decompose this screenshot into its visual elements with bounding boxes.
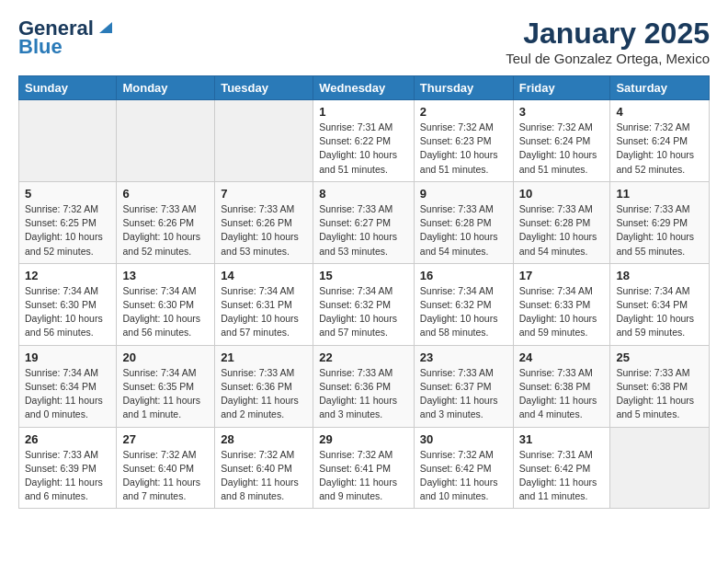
table-row: 14Sunrise: 7:34 AM Sunset: 6:31 PM Dayli…	[215, 263, 313, 345]
table-row: 12Sunrise: 7:34 AM Sunset: 6:30 PM Dayli…	[19, 263, 117, 345]
table-row: 19Sunrise: 7:34 AM Sunset: 6:34 PM Dayli…	[19, 345, 117, 427]
day-number: 1	[319, 105, 408, 119]
calendar-week-row: 12Sunrise: 7:34 AM Sunset: 6:30 PM Dayli…	[19, 263, 710, 345]
table-row: 22Sunrise: 7:33 AM Sunset: 6:36 PM Dayli…	[313, 345, 415, 427]
day-number: 15	[319, 269, 408, 282]
table-row: 24Sunrise: 7:33 AM Sunset: 6:38 PM Dayli…	[513, 345, 610, 427]
col-monday: Monday	[117, 76, 215, 100]
day-info: Sunrise: 7:34 AM Sunset: 6:32 PM Dayligh…	[319, 284, 408, 340]
table-row: 6Sunrise: 7:33 AM Sunset: 6:26 PM Daylig…	[117, 181, 215, 263]
day-info: Sunrise: 7:32 AM Sunset: 6:41 PM Dayligh…	[319, 448, 408, 504]
day-info: Sunrise: 7:34 AM Sunset: 6:30 PM Dayligh…	[25, 284, 110, 340]
day-number: 10	[519, 187, 605, 201]
col-tuesday: Tuesday	[215, 76, 313, 100]
table-row: 7Sunrise: 7:33 AM Sunset: 6:26 PM Daylig…	[215, 181, 313, 263]
col-thursday: Thursday	[414, 76, 513, 100]
col-wednesday: Wednesday	[313, 76, 415, 100]
day-number: 23	[420, 350, 507, 364]
day-number: 24	[519, 350, 605, 364]
day-number: 11	[616, 187, 703, 201]
table-row: 25Sunrise: 7:33 AM Sunset: 6:38 PM Dayli…	[610, 345, 710, 427]
calendar-week-row: 1Sunrise: 7:31 AM Sunset: 6:22 PM Daylig…	[19, 100, 710, 182]
day-number: 21	[221, 350, 307, 364]
calendar-table: Sunday Monday Tuesday Wednesday Thursday…	[18, 75, 710, 509]
table-row: 18Sunrise: 7:34 AM Sunset: 6:34 PM Dayli…	[610, 263, 710, 345]
day-number: 5	[25, 187, 110, 201]
day-info: Sunrise: 7:33 AM Sunset: 6:28 PM Dayligh…	[519, 202, 605, 259]
day-info: Sunrise: 7:33 AM Sunset: 6:27 PM Dayligh…	[319, 202, 408, 259]
calendar-week-row: 19Sunrise: 7:34 AM Sunset: 6:34 PM Dayli…	[19, 345, 710, 427]
day-info: Sunrise: 7:33 AM Sunset: 6:39 PM Dayligh…	[25, 448, 110, 504]
day-number: 13	[122, 269, 209, 282]
svg-marker-0	[99, 22, 112, 33]
logo-blue: Blue	[18, 35, 63, 59]
day-number: 26	[25, 432, 110, 446]
day-number: 30	[420, 432, 507, 446]
col-saturday: Saturday	[610, 76, 710, 100]
table-row: 3Sunrise: 7:32 AM Sunset: 6:24 PM Daylig…	[513, 100, 610, 182]
table-row	[215, 100, 313, 182]
day-info: Sunrise: 7:34 AM Sunset: 6:34 PM Dayligh…	[25, 366, 110, 422]
day-info: Sunrise: 7:33 AM Sunset: 6:37 PM Dayligh…	[420, 366, 507, 422]
calendar-week-row: 5Sunrise: 7:32 AM Sunset: 6:25 PM Daylig…	[19, 181, 710, 263]
table-row: 28Sunrise: 7:32 AM Sunset: 6:40 PM Dayli…	[215, 427, 313, 509]
day-info: Sunrise: 7:33 AM Sunset: 6:29 PM Dayligh…	[616, 202, 703, 259]
table-row: 15Sunrise: 7:34 AM Sunset: 6:32 PM Dayli…	[313, 263, 415, 345]
day-info: Sunrise: 7:31 AM Sunset: 6:22 PM Dayligh…	[319, 121, 408, 177]
page-subtitle: Teul de Gonzalez Ortega, Mexico	[506, 51, 710, 66]
table-row: 4Sunrise: 7:32 AM Sunset: 6:24 PM Daylig…	[610, 100, 710, 182]
day-info: Sunrise: 7:34 AM Sunset: 6:33 PM Dayligh…	[519, 284, 605, 340]
logo: General Blue	[18, 17, 112, 59]
day-info: Sunrise: 7:33 AM Sunset: 6:26 PM Dayligh…	[221, 202, 307, 259]
day-number: 14	[221, 269, 307, 282]
day-info: Sunrise: 7:33 AM Sunset: 6:28 PM Dayligh…	[420, 202, 507, 259]
title-block: January 2025 Teul de Gonzalez Ortega, Me…	[506, 17, 710, 66]
day-number: 2	[420, 105, 507, 119]
day-number: 16	[420, 269, 507, 282]
table-row: 17Sunrise: 7:34 AM Sunset: 6:33 PM Dayli…	[513, 263, 610, 345]
day-number: 19	[25, 350, 110, 364]
table-row	[117, 100, 215, 182]
table-row: 5Sunrise: 7:32 AM Sunset: 6:25 PM Daylig…	[19, 181, 117, 263]
day-info: Sunrise: 7:32 AM Sunset: 6:42 PM Dayligh…	[420, 448, 507, 504]
table-row: 2Sunrise: 7:32 AM Sunset: 6:23 PM Daylig…	[414, 100, 513, 182]
day-number: 7	[221, 187, 307, 201]
day-info: Sunrise: 7:33 AM Sunset: 6:26 PM Dayligh…	[122, 202, 209, 259]
day-number: 18	[616, 269, 703, 282]
table-row: 31Sunrise: 7:31 AM Sunset: 6:42 PM Dayli…	[513, 427, 610, 509]
day-info: Sunrise: 7:33 AM Sunset: 6:36 PM Dayligh…	[319, 366, 408, 422]
col-friday: Friday	[513, 76, 610, 100]
day-number: 8	[319, 187, 408, 201]
day-number: 29	[319, 432, 408, 446]
page-title: January 2025	[506, 17, 710, 51]
day-info: Sunrise: 7:33 AM Sunset: 6:38 PM Dayligh…	[519, 366, 605, 422]
day-number: 25	[616, 350, 703, 364]
table-row: 11Sunrise: 7:33 AM Sunset: 6:29 PM Dayli…	[610, 181, 710, 263]
calendar-week-row: 26Sunrise: 7:33 AM Sunset: 6:39 PM Dayli…	[19, 427, 710, 509]
day-number: 6	[122, 187, 209, 201]
day-info: Sunrise: 7:33 AM Sunset: 6:38 PM Dayligh…	[616, 366, 703, 422]
day-number: 9	[420, 187, 507, 201]
day-number: 12	[25, 269, 110, 282]
logo-icon	[96, 18, 112, 35]
table-row: 30Sunrise: 7:32 AM Sunset: 6:42 PM Dayli…	[414, 427, 513, 509]
table-row: 9Sunrise: 7:33 AM Sunset: 6:28 PM Daylig…	[414, 181, 513, 263]
day-number: 22	[319, 350, 408, 364]
table-row: 16Sunrise: 7:34 AM Sunset: 6:32 PM Dayli…	[414, 263, 513, 345]
table-row	[19, 100, 117, 182]
page-header: General Blue January 2025 Teul de Gonzal…	[18, 17, 710, 66]
day-number: 4	[616, 105, 703, 119]
day-info: Sunrise: 7:32 AM Sunset: 6:25 PM Dayligh…	[25, 202, 110, 259]
table-row: 27Sunrise: 7:32 AM Sunset: 6:40 PM Dayli…	[117, 427, 215, 509]
day-info: Sunrise: 7:34 AM Sunset: 6:32 PM Dayligh…	[420, 284, 507, 340]
table-row: 21Sunrise: 7:33 AM Sunset: 6:36 PM Dayli…	[215, 345, 313, 427]
day-number: 17	[519, 269, 605, 282]
table-row: 29Sunrise: 7:32 AM Sunset: 6:41 PM Dayli…	[313, 427, 415, 509]
day-info: Sunrise: 7:32 AM Sunset: 6:40 PM Dayligh…	[122, 448, 209, 504]
table-row: 13Sunrise: 7:34 AM Sunset: 6:30 PM Dayli…	[117, 263, 215, 345]
calendar-header-row: Sunday Monday Tuesday Wednesday Thursday…	[19, 76, 710, 100]
day-number: 31	[519, 432, 605, 446]
table-row: 1Sunrise: 7:31 AM Sunset: 6:22 PM Daylig…	[313, 100, 415, 182]
col-sunday: Sunday	[19, 76, 117, 100]
day-info: Sunrise: 7:32 AM Sunset: 6:24 PM Dayligh…	[616, 121, 703, 177]
